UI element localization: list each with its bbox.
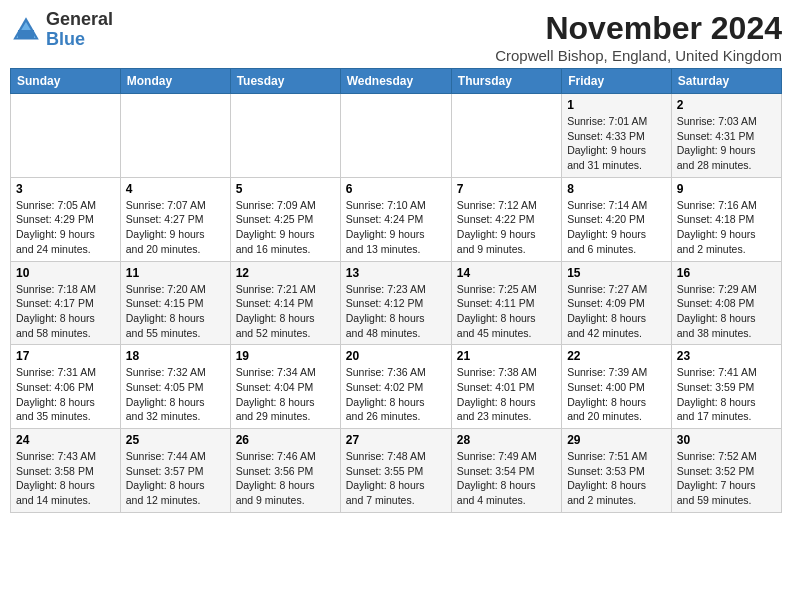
logo-text: General Blue <box>46 10 113 50</box>
calendar-cell: 20Sunrise: 7:36 AM Sunset: 4:02 PM Dayli… <box>340 345 451 429</box>
day-number: 29 <box>567 433 666 447</box>
calendar-cell: 5Sunrise: 7:09 AM Sunset: 4:25 PM Daylig… <box>230 177 340 261</box>
calendar-cell: 24Sunrise: 7:43 AM Sunset: 3:58 PM Dayli… <box>11 429 121 513</box>
calendar-cell: 26Sunrise: 7:46 AM Sunset: 3:56 PM Dayli… <box>230 429 340 513</box>
calendar-cell: 21Sunrise: 7:38 AM Sunset: 4:01 PM Dayli… <box>451 345 561 429</box>
month-title: November 2024 <box>495 10 782 47</box>
day-info: Sunrise: 7:05 AM Sunset: 4:29 PM Dayligh… <box>16 198 115 257</box>
col-tuesday: Tuesday <box>230 69 340 94</box>
calendar-cell: 27Sunrise: 7:48 AM Sunset: 3:55 PM Dayli… <box>340 429 451 513</box>
logo: General Blue <box>10 10 113 50</box>
day-info: Sunrise: 7:41 AM Sunset: 3:59 PM Dayligh… <box>677 365 776 424</box>
calendar-week-1: 1Sunrise: 7:01 AM Sunset: 4:33 PM Daylig… <box>11 94 782 178</box>
day-info: Sunrise: 7:29 AM Sunset: 4:08 PM Dayligh… <box>677 282 776 341</box>
calendar-week-3: 10Sunrise: 7:18 AM Sunset: 4:17 PM Dayli… <box>11 261 782 345</box>
day-info: Sunrise: 7:03 AM Sunset: 4:31 PM Dayligh… <box>677 114 776 173</box>
day-number: 23 <box>677 349 776 363</box>
calendar-cell: 3Sunrise: 7:05 AM Sunset: 4:29 PM Daylig… <box>11 177 121 261</box>
calendar-cell: 1Sunrise: 7:01 AM Sunset: 4:33 PM Daylig… <box>562 94 672 178</box>
day-number: 19 <box>236 349 335 363</box>
day-info: Sunrise: 7:09 AM Sunset: 4:25 PM Dayligh… <box>236 198 335 257</box>
calendar-week-5: 24Sunrise: 7:43 AM Sunset: 3:58 PM Dayli… <box>11 429 782 513</box>
day-number: 13 <box>346 266 446 280</box>
day-info: Sunrise: 7:32 AM Sunset: 4:05 PM Dayligh… <box>126 365 225 424</box>
calendar-cell <box>340 94 451 178</box>
day-number: 11 <box>126 266 225 280</box>
col-saturday: Saturday <box>671 69 781 94</box>
calendar-cell: 12Sunrise: 7:21 AM Sunset: 4:14 PM Dayli… <box>230 261 340 345</box>
day-info: Sunrise: 7:46 AM Sunset: 3:56 PM Dayligh… <box>236 449 335 508</box>
location-title: Cropwell Bishop, England, United Kingdom <box>495 47 782 64</box>
calendar-cell <box>451 94 561 178</box>
calendar-cell: 30Sunrise: 7:52 AM Sunset: 3:52 PM Dayli… <box>671 429 781 513</box>
day-number: 2 <box>677 98 776 112</box>
calendar-cell: 4Sunrise: 7:07 AM Sunset: 4:27 PM Daylig… <box>120 177 230 261</box>
day-info: Sunrise: 7:38 AM Sunset: 4:01 PM Dayligh… <box>457 365 556 424</box>
day-info: Sunrise: 7:39 AM Sunset: 4:00 PM Dayligh… <box>567 365 666 424</box>
logo-general-text: General <box>46 9 113 29</box>
calendar-cell: 23Sunrise: 7:41 AM Sunset: 3:59 PM Dayli… <box>671 345 781 429</box>
day-number: 5 <box>236 182 335 196</box>
calendar-cell: 18Sunrise: 7:32 AM Sunset: 4:05 PM Dayli… <box>120 345 230 429</box>
day-number: 16 <box>677 266 776 280</box>
calendar-cell: 14Sunrise: 7:25 AM Sunset: 4:11 PM Dayli… <box>451 261 561 345</box>
day-info: Sunrise: 7:21 AM Sunset: 4:14 PM Dayligh… <box>236 282 335 341</box>
day-number: 15 <box>567 266 666 280</box>
day-info: Sunrise: 7:48 AM Sunset: 3:55 PM Dayligh… <box>346 449 446 508</box>
header-row: Sunday Monday Tuesday Wednesday Thursday… <box>11 69 782 94</box>
day-number: 22 <box>567 349 666 363</box>
calendar-week-4: 17Sunrise: 7:31 AM Sunset: 4:06 PM Dayli… <box>11 345 782 429</box>
col-thursday: Thursday <box>451 69 561 94</box>
calendar-cell <box>230 94 340 178</box>
day-number: 12 <box>236 266 335 280</box>
day-info: Sunrise: 7:10 AM Sunset: 4:24 PM Dayligh… <box>346 198 446 257</box>
day-number: 18 <box>126 349 225 363</box>
day-info: Sunrise: 7:07 AM Sunset: 4:27 PM Dayligh… <box>126 198 225 257</box>
calendar-cell: 16Sunrise: 7:29 AM Sunset: 4:08 PM Dayli… <box>671 261 781 345</box>
day-info: Sunrise: 7:31 AM Sunset: 4:06 PM Dayligh… <box>16 365 115 424</box>
day-number: 1 <box>567 98 666 112</box>
day-info: Sunrise: 7:51 AM Sunset: 3:53 PM Dayligh… <box>567 449 666 508</box>
day-number: 28 <box>457 433 556 447</box>
page-header: General Blue November 2024 Cropwell Bish… <box>10 10 782 64</box>
day-info: Sunrise: 7:27 AM Sunset: 4:09 PM Dayligh… <box>567 282 666 341</box>
title-block: November 2024 Cropwell Bishop, England, … <box>495 10 782 64</box>
day-number: 30 <box>677 433 776 447</box>
day-info: Sunrise: 7:12 AM Sunset: 4:22 PM Dayligh… <box>457 198 556 257</box>
calendar-cell: 28Sunrise: 7:49 AM Sunset: 3:54 PM Dayli… <box>451 429 561 513</box>
day-number: 8 <box>567 182 666 196</box>
calendar-cell: 29Sunrise: 7:51 AM Sunset: 3:53 PM Dayli… <box>562 429 672 513</box>
day-info: Sunrise: 7:25 AM Sunset: 4:11 PM Dayligh… <box>457 282 556 341</box>
day-number: 9 <box>677 182 776 196</box>
day-info: Sunrise: 7:18 AM Sunset: 4:17 PM Dayligh… <box>16 282 115 341</box>
calendar-cell: 13Sunrise: 7:23 AM Sunset: 4:12 PM Dayli… <box>340 261 451 345</box>
calendar-cell: 10Sunrise: 7:18 AM Sunset: 4:17 PM Dayli… <box>11 261 121 345</box>
day-info: Sunrise: 7:34 AM Sunset: 4:04 PM Dayligh… <box>236 365 335 424</box>
calendar-cell: 8Sunrise: 7:14 AM Sunset: 4:20 PM Daylig… <box>562 177 672 261</box>
calendar-cell: 7Sunrise: 7:12 AM Sunset: 4:22 PM Daylig… <box>451 177 561 261</box>
calendar-cell <box>120 94 230 178</box>
day-number: 25 <box>126 433 225 447</box>
day-number: 7 <box>457 182 556 196</box>
svg-rect-2 <box>18 30 34 38</box>
calendar-cell: 25Sunrise: 7:44 AM Sunset: 3:57 PM Dayli… <box>120 429 230 513</box>
calendar-table: Sunday Monday Tuesday Wednesday Thursday… <box>10 68 782 513</box>
day-info: Sunrise: 7:49 AM Sunset: 3:54 PM Dayligh… <box>457 449 556 508</box>
col-friday: Friday <box>562 69 672 94</box>
day-info: Sunrise: 7:36 AM Sunset: 4:02 PM Dayligh… <box>346 365 446 424</box>
day-info: Sunrise: 7:01 AM Sunset: 4:33 PM Dayligh… <box>567 114 666 173</box>
logo-blue-text: Blue <box>46 29 85 49</box>
calendar-cell <box>11 94 121 178</box>
day-info: Sunrise: 7:52 AM Sunset: 3:52 PM Dayligh… <box>677 449 776 508</box>
col-wednesday: Wednesday <box>340 69 451 94</box>
day-number: 10 <box>16 266 115 280</box>
day-number: 17 <box>16 349 115 363</box>
day-number: 26 <box>236 433 335 447</box>
day-info: Sunrise: 7:44 AM Sunset: 3:57 PM Dayligh… <box>126 449 225 508</box>
col-sunday: Sunday <box>11 69 121 94</box>
calendar-week-2: 3Sunrise: 7:05 AM Sunset: 4:29 PM Daylig… <box>11 177 782 261</box>
day-number: 3 <box>16 182 115 196</box>
day-info: Sunrise: 7:43 AM Sunset: 3:58 PM Dayligh… <box>16 449 115 508</box>
calendar-cell: 11Sunrise: 7:20 AM Sunset: 4:15 PM Dayli… <box>120 261 230 345</box>
day-number: 4 <box>126 182 225 196</box>
